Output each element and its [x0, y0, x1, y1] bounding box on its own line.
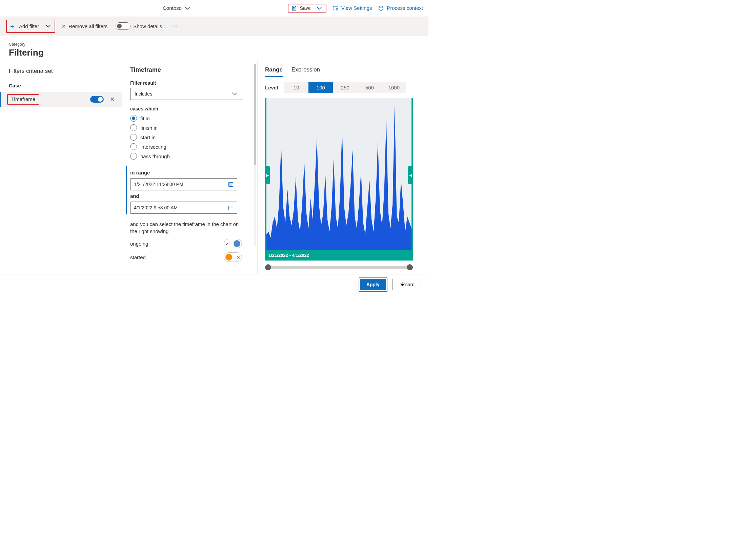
level-button-500[interactable]: 500 — [357, 82, 382, 93]
show-details-toggle[interactable]: Show details — [116, 22, 162, 30]
cases-which-label: cases which — [130, 106, 249, 111]
in-range-label: in range — [130, 170, 249, 175]
filter-item-timeframe[interactable]: Timeframe ✕ — [0, 92, 122, 107]
tab-range[interactable]: Range — [265, 66, 283, 77]
range-handle-right[interactable]: ◀ — [408, 166, 413, 184]
filter-result-label: Filter result — [130, 80, 249, 86]
check-icon: ✓ — [225, 241, 229, 246]
svg-point-8 — [232, 185, 232, 186]
toggle-off-icon[interactable] — [116, 22, 130, 30]
ongoing-row: ongoing ✓ — [130, 239, 242, 248]
remove-all-label: Remove all filters — [68, 23, 107, 29]
remove-all-filters-button[interactable]: ✕ Remove all filters — [61, 23, 107, 29]
started-row: started ✕ — [130, 252, 242, 262]
scrollbar[interactable] — [254, 64, 256, 247]
filter-result-value: Includes — [135, 91, 152, 97]
toggle-knob — [234, 240, 240, 247]
filter-enabled-toggle[interactable] — [90, 96, 104, 103]
slider-handle-right[interactable] — [407, 264, 413, 270]
radio-icon — [130, 124, 137, 131]
radio-label: fit in — [140, 116, 150, 121]
chart-tabs: Range Expression — [265, 66, 421, 77]
process-context-button[interactable]: Process context — [378, 5, 423, 11]
filters-panel: Filters criteria set Case Timeframe ✕ — [0, 60, 122, 274]
process-context-icon — [378, 5, 384, 11]
range-start-value: 1/21/2022 11:29:00 PM — [134, 182, 183, 187]
page-title: Filtering — [9, 47, 420, 58]
radio-icon — [130, 153, 137, 160]
add-filter-button[interactable]: ＋ Add filter — [6, 20, 55, 33]
chart-note-text: and you can select the timeframe in the … — [130, 221, 242, 235]
svg-point-15 — [232, 209, 232, 209]
calendar-icon — [228, 182, 234, 187]
filters-group-label: Case — [0, 81, 122, 92]
close-icon: ✕ — [237, 255, 240, 260]
chart-panel: Range Expression Level 101002505001000 ▶… — [258, 60, 428, 274]
level-row: Level 101002505001000 — [265, 82, 421, 93]
overflow-button[interactable]: ··· — [172, 23, 178, 29]
range-end-input[interactable]: 4/1/2022 9:58:00 AM — [130, 202, 237, 214]
range-handle-left[interactable]: ▶ — [265, 166, 270, 184]
radio-icon — [130, 115, 137, 122]
radio-icon — [130, 134, 137, 141]
chevron-down-icon[interactable] — [45, 23, 51, 29]
and-label: and — [130, 193, 249, 199]
calendar-icon — [228, 205, 234, 210]
ongoing-toggle[interactable]: ✓ — [224, 239, 242, 248]
radio-intersecting[interactable]: intersecting — [130, 143, 249, 150]
radio-pass-through[interactable]: pass through — [130, 153, 249, 160]
radio-label: intersecting — [140, 144, 166, 150]
radio-label: start in — [140, 134, 156, 140]
svg-point-12 — [232, 208, 232, 208]
radio-fit-in[interactable]: fit in — [130, 115, 249, 122]
filter-remove-button[interactable]: ✕ — [110, 96, 115, 103]
chevron-down-icon — [184, 5, 190, 11]
level-button-100[interactable]: 100 — [308, 82, 333, 93]
level-button-10[interactable]: 10 — [284, 82, 308, 93]
chevron-down-icon[interactable] — [316, 5, 322, 11]
save-label: Save — [300, 5, 311, 11]
started-label: started — [130, 254, 146, 260]
view-settings-icon — [333, 5, 339, 11]
page-category: Category — [9, 42, 420, 47]
radio-finish-in[interactable]: finish in — [130, 124, 249, 131]
histogram-chart[interactable]: ▶ ◀ 1/21/2022 - 4/1/2022 — [265, 98, 413, 261]
title-bar: Contoso Save View Settings Process conte… — [0, 0, 428, 16]
close-icon: ✕ — [61, 23, 66, 29]
level-button-1000[interactable]: 1000 — [382, 82, 406, 93]
toggle-knob — [225, 254, 232, 261]
radio-start-in[interactable]: start in — [130, 134, 249, 141]
level-label: Level — [265, 85, 278, 90]
add-filter-label: Add filter — [19, 23, 39, 29]
range-block: in range 1/21/2022 11:29:00 PM and 4/1/2… — [126, 166, 249, 214]
svg-point-5 — [232, 184, 232, 185]
started-toggle[interactable]: ✕ — [224, 252, 242, 262]
level-buttons: 101002505001000 — [284, 82, 406, 93]
view-settings-button[interactable]: View Settings — [333, 5, 372, 11]
chart-range-label: 1/21/2022 - 4/1/2022 — [265, 250, 413, 261]
discard-button[interactable]: Discard — [392, 279, 421, 290]
radio-label: pass through — [140, 153, 170, 159]
save-icon — [291, 5, 297, 11]
range-slider[interactable] — [265, 265, 413, 269]
top-actions: Save View Settings Process context — [288, 4, 423, 13]
plus-icon: ＋ — [9, 22, 16, 31]
range-start-input[interactable]: 1/21/2022 11:29:00 PM — [130, 178, 237, 190]
svg-point-7 — [230, 185, 231, 186]
apply-button[interactable]: Apply — [360, 279, 386, 290]
slider-handle-left[interactable] — [265, 264, 271, 270]
environment-name: Contoso — [163, 5, 182, 11]
range-end-value: 4/1/2022 9:58:00 AM — [134, 205, 178, 210]
svg-point-10 — [229, 208, 230, 208]
environment-dropdown[interactable]: Contoso — [163, 5, 190, 11]
filter-result-select[interactable]: Includes — [130, 88, 242, 100]
tab-expression[interactable]: Expression — [292, 66, 320, 77]
show-details-label: Show details — [133, 23, 162, 29]
filters-heading: Filters criteria set — [0, 66, 122, 81]
radio-icon — [130, 143, 137, 150]
level-button-250[interactable]: 250 — [333, 82, 357, 93]
process-context-label: Process context — [387, 5, 423, 11]
ongoing-label: ongoing — [130, 241, 148, 247]
save-button[interactable]: Save — [288, 4, 326, 13]
svg-point-14 — [230, 209, 231, 209]
